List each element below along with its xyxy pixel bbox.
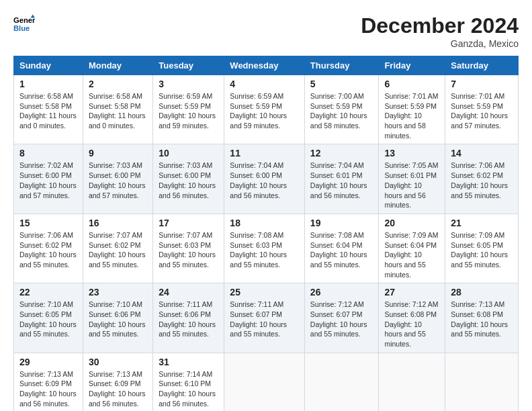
empty-cell xyxy=(379,353,445,411)
day-cell-8: 8 Sunrise: 7:02 AM Sunset: 6:00 PM Dayli… xyxy=(14,144,83,214)
col-thursday: Thursday xyxy=(304,56,379,75)
day-cell-24: 24 Sunrise: 7:11 AM Sunset: 6:06 PM Dayl… xyxy=(153,283,224,353)
week-row-1: 1 Sunrise: 6:58 AM Sunset: 5:58 PM Dayli… xyxy=(14,75,519,144)
day-cell-27: 27 Sunrise: 7:12 AM Sunset: 6:08 PM Dayl… xyxy=(379,283,445,353)
empty-cell xyxy=(224,353,305,411)
day-cell-22: 22 Sunrise: 7:10 AM Sunset: 6:05 PM Dayl… xyxy=(14,283,83,353)
page-header: General Blue December 2024 Ganzda, Mexic… xyxy=(13,13,519,49)
day-cell-29: 29 Sunrise: 7:13 AM Sunset: 6:09 PM Dayl… xyxy=(14,353,83,411)
day-cell-1: 1 Sunrise: 6:58 AM Sunset: 5:58 PM Dayli… xyxy=(14,75,83,144)
day-cell-25: 25 Sunrise: 7:11 AM Sunset: 6:07 PM Dayl… xyxy=(224,283,305,353)
day-cell-7: 7 Sunrise: 7:01 AM Sunset: 5:59 PM Dayli… xyxy=(445,75,519,144)
logo: General Blue xyxy=(13,13,35,35)
day-cell-23: 23 Sunrise: 7:10 AM Sunset: 6:06 PM Dayl… xyxy=(83,283,152,353)
day-cell-9: 9 Sunrise: 7:03 AM Sunset: 6:00 PM Dayli… xyxy=(83,144,152,214)
day-cell-30: 30 Sunrise: 7:13 AM Sunset: 6:09 PM Dayl… xyxy=(83,353,152,411)
day-cell-14: 14 Sunrise: 7:06 AM Sunset: 6:02 PM Dayl… xyxy=(445,144,519,214)
day-cell-13: 13 Sunrise: 7:05 AM Sunset: 6:01 PM Dayl… xyxy=(379,144,445,214)
empty-cell xyxy=(304,353,379,411)
empty-cell xyxy=(445,353,519,411)
month-title: December 2024 xyxy=(361,13,519,38)
day-cell-4: 4 Sunrise: 6:59 AM Sunset: 5:59 PM Dayli… xyxy=(224,75,305,144)
day-cell-3: 3 Sunrise: 6:59 AM Sunset: 5:59 PM Dayli… xyxy=(153,75,224,144)
col-monday: Monday xyxy=(83,56,152,75)
col-friday: Friday xyxy=(379,56,445,75)
day-cell-31: 31 Sunrise: 7:14 AM Sunset: 6:10 PM Dayl… xyxy=(153,353,224,411)
day-cell-15: 15 Sunrise: 7:06 AM Sunset: 6:02 PM Dayl… xyxy=(14,214,83,283)
svg-text:Blue: Blue xyxy=(13,24,30,32)
day-cell-10: 10 Sunrise: 7:03 AM Sunset: 6:00 PM Dayl… xyxy=(153,144,224,214)
title-area: December 2024 Ganzda, Mexico xyxy=(361,13,519,49)
day-cell-16: 16 Sunrise: 7:07 AM Sunset: 6:02 PM Dayl… xyxy=(83,214,152,283)
day-cell-11: 11 Sunrise: 7:04 AM Sunset: 6:00 PM Dayl… xyxy=(224,144,305,214)
day-cell-17: 17 Sunrise: 7:07 AM Sunset: 6:03 PM Dayl… xyxy=(153,214,224,283)
week-row-2: 8 Sunrise: 7:02 AM Sunset: 6:00 PM Dayli… xyxy=(14,144,519,214)
col-sunday: Sunday xyxy=(14,56,83,75)
day-cell-5: 5 Sunrise: 7:00 AM Sunset: 5:59 PM Dayli… xyxy=(304,75,379,144)
day-cell-6: 6 Sunrise: 7:01 AM Sunset: 5:59 PM Dayli… xyxy=(379,75,445,144)
week-row-4: 22 Sunrise: 7:10 AM Sunset: 6:05 PM Dayl… xyxy=(14,283,519,353)
week-row-3: 15 Sunrise: 7:06 AM Sunset: 6:02 PM Dayl… xyxy=(14,214,519,283)
day-cell-12: 12 Sunrise: 7:04 AM Sunset: 6:01 PM Dayl… xyxy=(304,144,379,214)
day-cell-18: 18 Sunrise: 7:08 AM Sunset: 6:03 PM Dayl… xyxy=(224,214,305,283)
header-row: Sunday Monday Tuesday Wednesday Thursday… xyxy=(14,56,519,75)
day-cell-28: 28 Sunrise: 7:13 AM Sunset: 6:08 PM Dayl… xyxy=(445,283,519,353)
day-cell-26: 26 Sunrise: 7:12 AM Sunset: 6:07 PM Dayl… xyxy=(304,283,379,353)
day-cell-21: 21 Sunrise: 7:09 AM Sunset: 6:05 PM Dayl… xyxy=(445,214,519,283)
location: Ganzda, Mexico xyxy=(361,38,519,49)
calendar-table: Sunday Monday Tuesday Wednesday Thursday… xyxy=(13,56,519,411)
day-cell-2: 2 Sunrise: 6:58 AM Sunset: 5:58 PM Dayli… xyxy=(83,75,152,144)
logo-icon: General Blue xyxy=(13,13,35,35)
col-tuesday: Tuesday xyxy=(153,56,224,75)
day-cell-20: 20 Sunrise: 7:09 AM Sunset: 6:04 PM Dayl… xyxy=(379,214,445,283)
week-row-5: 29 Sunrise: 7:13 AM Sunset: 6:09 PM Dayl… xyxy=(14,353,519,411)
day-cell-19: 19 Sunrise: 7:08 AM Sunset: 6:04 PM Dayl… xyxy=(304,214,379,283)
col-saturday: Saturday xyxy=(445,56,519,75)
col-wednesday: Wednesday xyxy=(224,56,305,75)
